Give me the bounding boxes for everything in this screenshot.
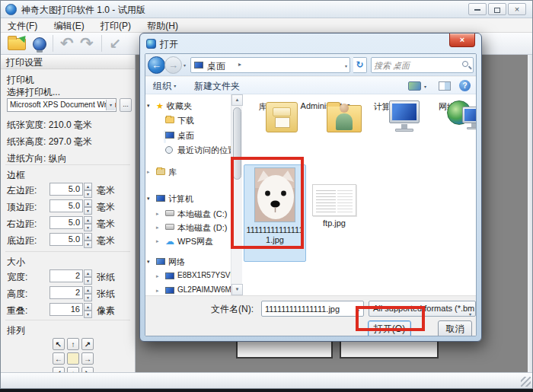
new-folder-button[interactable]: 新建文件夹 (194, 80, 240, 93)
width-input[interactable]: 2 (49, 269, 83, 282)
printer-browse-button[interactable]: ... (120, 98, 132, 112)
dialog-close-button[interactable]: × (449, 33, 475, 47)
filename-combo[interactable]: ▾ (261, 301, 364, 317)
menu-print[interactable]: 打印(P) (94, 18, 138, 33)
command-bar: 组织 ▾ 新建文件夹 ▾ ? (145, 77, 476, 94)
history-dropdown-icon[interactable]: ▾ (184, 62, 186, 68)
refresh-button[interactable]: ↻ (353, 57, 367, 73)
open-image-icon[interactable] (8, 38, 26, 50)
search-input[interactable] (374, 59, 458, 72)
camera-icon[interactable] (33, 37, 46, 51)
file-item-computer[interactable]: 计算机 (361, 99, 411, 113)
filename-input[interactable] (265, 303, 350, 314)
file-item-network[interactable]: 网络 (422, 99, 472, 113)
margin-left-input[interactable]: 5.0 (49, 183, 83, 196)
margin-bottom-stepper[interactable] (84, 233, 92, 246)
minimize-button[interactable] (468, 3, 487, 15)
close-button[interactable]: × (508, 3, 526, 15)
desktop-icon (194, 62, 203, 69)
margin-top-stepper[interactable] (84, 199, 92, 212)
feed-direction-label: 进纸方向: (7, 153, 46, 164)
tree-item-desktop[interactable]: 桌面 (164, 130, 166, 143)
size-section-label: 大小 (7, 256, 25, 269)
menu-edit[interactable]: 编辑(E) (47, 18, 91, 33)
preview-pane-icon[interactable] (439, 81, 451, 91)
ftp-file-icon (312, 184, 356, 216)
star-icon: ★ (156, 102, 164, 110)
redo-icon[interactable]: ↷ (80, 34, 94, 53)
printer-select[interactable]: Microsoft XPS Document Writer ▾ (7, 98, 116, 112)
expand-icon[interactable]: ▸ (156, 238, 159, 244)
organize-menu[interactable]: 组织 ▾ (153, 80, 176, 93)
overlap-input[interactable]: 16 (49, 303, 83, 316)
arrange-up-left-button[interactable]: ↖ (53, 338, 65, 350)
arrange-up-right-button[interactable]: ↗ (81, 338, 94, 350)
height-stepper[interactable] (84, 286, 92, 299)
width-stepper[interactable] (84, 269, 92, 282)
address-dropdown-icon[interactable]: ▾ (345, 63, 347, 69)
margin-top-unit: 毫米 (97, 201, 115, 214)
expand-icon[interactable]: ▾ (147, 259, 150, 265)
menu-file[interactable]: 文件(F) (1, 18, 44, 33)
arrange-center-button[interactable] (67, 352, 79, 365)
margin-top-input[interactable]: 5.0 (49, 199, 83, 212)
address-location[interactable]: 桌面 (207, 60, 225, 73)
margin-right-input[interactable]: 5.0 (49, 216, 83, 229)
margin-right-stepper[interactable] (84, 216, 92, 229)
arrange-up-button[interactable]: ↑ (67, 338, 79, 350)
undo-icon[interactable]: ↶ (60, 34, 74, 53)
margin-left-stepper[interactable] (84, 183, 92, 196)
cancel-button[interactable]: 取消 (438, 320, 472, 336)
height-input[interactable]: 2 (49, 286, 83, 299)
dialog-title: 打开 (160, 39, 178, 49)
menu-help[interactable]: 帮助(H) (140, 18, 185, 33)
expand-icon[interactable]: ▸ (147, 169, 150, 175)
back-button[interactable]: ← (148, 56, 165, 74)
dialog-icon (146, 39, 156, 49)
margin-left-unit: 毫米 (97, 184, 115, 197)
scroll-down-icon[interactable]: ▼ (231, 284, 243, 295)
views-icon[interactable] (408, 81, 421, 91)
help-icon[interactable]: ? (459, 80, 471, 91)
toolbar-separator (101, 35, 102, 52)
paper-height-label: 纸张高度: (7, 136, 46, 147)
file-item-libraries[interactable]: 库 (238, 99, 288, 113)
file-item-administrator[interactable]: Administrator (300, 99, 350, 110)
overlap-stepper[interactable] (84, 303, 92, 316)
network-icon (156, 258, 165, 265)
expand-icon[interactable]: ▾ (147, 103, 150, 109)
network-pc-icon (165, 272, 174, 279)
choose-printer-link[interactable]: 选择打印机... (7, 86, 60, 99)
margin-right-unit: 毫米 (97, 218, 115, 231)
breadcrumb-arrow-icon[interactable]: ▸ (238, 61, 241, 68)
status-bar (1, 372, 532, 388)
annotation-box-open-button (356, 306, 425, 331)
folder-tree: ▾★收藏夹 下载 桌面 最近访问的位置 ▸库 ▾计算机 ▸本地磁盘 (C:) ▸… (145, 94, 231, 295)
resize-grip[interactable] (521, 377, 531, 387)
chevron-down-icon: ▾ (174, 84, 176, 88)
expand-icon[interactable]: ▸ (156, 211, 159, 217)
forward-button[interactable]: → (164, 56, 182, 74)
overlap-label: 重叠: (7, 304, 27, 317)
dialog-content: ▾★收藏夹 下载 桌面 最近访问的位置 ▸库 ▾计算机 ▸本地磁盘 (C:) ▸… (145, 94, 476, 295)
dialog-titlebar: 打开 (160, 38, 178, 51)
expand-icon[interactable]: ▾ (147, 196, 150, 202)
expand-icon[interactable]: ▸ (156, 225, 159, 231)
search-box[interactable] (371, 57, 474, 73)
disk-icon (165, 224, 174, 230)
arrange-right-button[interactable]: → (81, 352, 94, 365)
dialog-body: ← → ▾ 桌面 ▸ ▾ ↻ 组织 ▾ 新建文件夹 ▾ ? (145, 53, 477, 336)
arrange-left-button[interactable]: ← (53, 352, 65, 365)
margin-bottom-input[interactable]: 5.0 (49, 233, 83, 246)
chevron-down-icon: ▾ (469, 308, 471, 317)
maximize-button[interactable] (488, 3, 506, 15)
transform-icon[interactable]: ↙ (109, 35, 121, 53)
address-bar[interactable]: 桌面 ▸ ▾ (190, 57, 350, 73)
expand-icon[interactable]: ▸ (156, 288, 159, 294)
chevron-down-icon[interactable]: ▾ (106, 100, 115, 110)
views-dropdown-icon[interactable]: ▾ (424, 84, 426, 89)
main-titlebar: 神奇大图打印软件 1.0 - 试用版 × (1, 1, 532, 18)
libraries-icon (266, 102, 298, 132)
expand-icon[interactable]: ▸ (156, 273, 159, 279)
file-item-ftp[interactable]: ftp.jpg (308, 184, 361, 228)
